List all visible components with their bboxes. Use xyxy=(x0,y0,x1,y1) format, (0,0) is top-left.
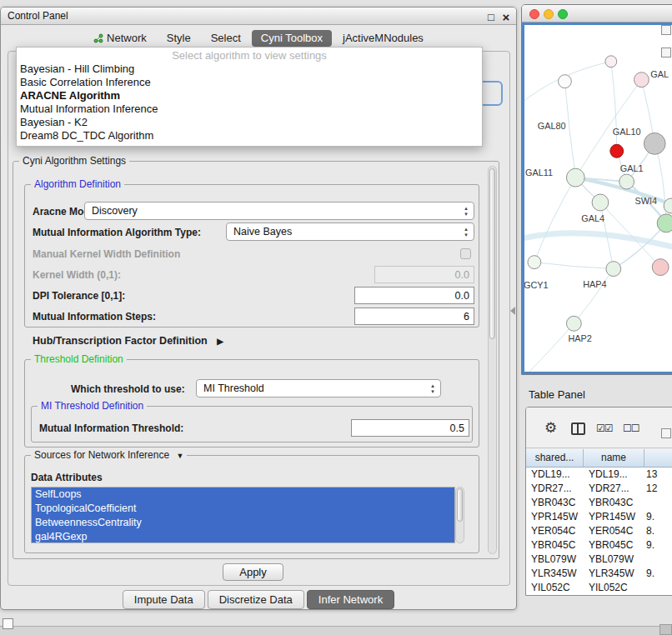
algorithm-option[interactable]: Basic Correlation Inference xyxy=(17,76,482,89)
table-row[interactable]: YBR045C YBR045C 9. xyxy=(526,538,672,552)
panel-tab[interactable]: Cyni Toolbox xyxy=(252,30,332,47)
cell-name: YBR045C xyxy=(584,538,644,552)
partial-checkbox[interactable] xyxy=(661,48,671,58)
panel-tab[interactable]: Style xyxy=(158,30,200,47)
network-edge[interactable] xyxy=(529,323,574,372)
panel-collapse-handle[interactable] xyxy=(510,307,515,315)
data-attributes-label: Data Attributes xyxy=(31,472,103,483)
network-node-label: GAL11 xyxy=(525,168,553,178)
algorithm-option[interactable]: ARACNE Algorithm xyxy=(17,89,482,102)
attribute-item-selected[interactable]: SelfLoops xyxy=(32,488,454,502)
network-edge[interactable] xyxy=(534,262,614,269)
network-node[interactable] xyxy=(610,144,624,158)
column-header[interactable]: name xyxy=(584,449,644,468)
network-node[interactable] xyxy=(644,132,665,154)
table-row[interactable]: YBR043C YBR043C xyxy=(526,496,672,510)
partial-checkbox[interactable] xyxy=(661,25,671,35)
attribute-item-selected[interactable]: TopologicalCoefficient xyxy=(32,502,454,516)
cell-shared-name: YIL052C xyxy=(526,581,584,595)
network-window-titlebar[interactable] xyxy=(522,5,672,22)
corner-resize-block[interactable] xyxy=(659,624,672,635)
table-row[interactable]: YDR27... YDR27... 12 xyxy=(526,482,672,496)
float-window-icon[interactable]: □ xyxy=(484,9,498,26)
panel-tab[interactable]: Network xyxy=(84,30,156,47)
manual-kernel-checkbox[interactable] xyxy=(460,248,471,259)
bottom-tab-label: Discretize Data xyxy=(219,593,293,606)
network-node-label: GAL10 xyxy=(613,127,641,137)
which-threshold-combo[interactable]: MI Threshold ▴▾ xyxy=(196,379,441,398)
network-edge[interactable] xyxy=(611,62,617,151)
bottom-tab-label: Infer Network xyxy=(318,593,383,606)
network-canvas[interactable]: GAL80GAL10GAL11GAL1SWI4GAL4GCY1HAP4HAP2G… xyxy=(522,22,672,374)
mi-type-combo[interactable]: Naive Bayes ▴▾ xyxy=(226,222,474,241)
apply-button[interactable]: Apply xyxy=(223,563,283,581)
network-node[interactable] xyxy=(606,262,621,277)
mi-threshold-label: Mutual Information Threshold: xyxy=(39,422,183,434)
minimize-traffic-light-icon[interactable] xyxy=(544,9,554,19)
algorithm-option[interactable]: Mutual Information Inference xyxy=(17,102,482,116)
cell-shared-name: YDL19... xyxy=(526,468,584,482)
close-window-icon[interactable]: × xyxy=(499,9,513,26)
algorithm-option[interactable]: Bayesian - K2 xyxy=(17,116,482,129)
network-edge[interactable] xyxy=(574,269,613,324)
cell-value: 8. xyxy=(644,524,672,538)
panel-tab[interactable]: Select xyxy=(202,30,250,47)
column-header[interactable] xyxy=(644,449,672,468)
bottom-tab[interactable]: Infer Network xyxy=(307,590,394,609)
table-row[interactable]: YDL19... YDL19... 13 xyxy=(526,468,672,482)
hub-definition-toggle[interactable]: Hub/Transcription Factor Definition ▶ xyxy=(33,335,223,347)
table-row[interactable]: YIL052C YIL052C xyxy=(526,581,672,595)
partial-checkbox[interactable] xyxy=(661,428,671,438)
algorithm-option[interactable]: Bayesian - Hill Climbing xyxy=(17,62,482,76)
cell-value xyxy=(644,496,672,510)
attribute-item-selected[interactable]: BetweennessCentrality xyxy=(32,516,454,530)
mi-steps-field[interactable] xyxy=(354,308,474,325)
zoom-traffic-light-icon[interactable] xyxy=(558,9,568,19)
network-node[interactable] xyxy=(657,214,672,232)
mi-threshold-field[interactable] xyxy=(351,419,469,437)
network-node[interactable] xyxy=(592,194,609,211)
table-row[interactable]: YLR345W YLR345W 9. xyxy=(526,567,672,581)
close-traffic-light-icon[interactable] xyxy=(529,9,539,19)
network-node[interactable] xyxy=(559,75,572,88)
attribute-list-scrollbar-thumb[interactable] xyxy=(457,488,463,522)
network-edge[interactable] xyxy=(564,82,575,178)
network-node[interactable] xyxy=(652,259,669,276)
sources-group-title[interactable]: Sources for Network Inference ▼ xyxy=(31,449,187,461)
network-node[interactable] xyxy=(605,56,617,68)
panel-tab-label: Network xyxy=(107,32,147,44)
network-tab-icon xyxy=(93,33,103,43)
bottom-tab[interactable]: Impute Data xyxy=(123,590,205,609)
settings-scrollbar-thumb[interactable] xyxy=(489,168,495,339)
cell-shared-name: YBR045C xyxy=(526,538,584,552)
network-node[interactable] xyxy=(528,256,541,269)
panel-tab[interactable]: jActiveMNodules xyxy=(333,30,433,47)
network-node[interactable] xyxy=(619,174,634,189)
bottom-tab[interactable]: Discretize Data xyxy=(208,590,304,609)
settings-scrollbar[interactable] xyxy=(488,166,497,554)
table-row[interactable]: YER054C YER054C 8. xyxy=(526,524,672,538)
attribute-list-scrollbar[interactable] xyxy=(455,487,464,543)
dpi-tolerance-field[interactable] xyxy=(354,287,474,304)
network-node[interactable] xyxy=(566,168,584,187)
gear-icon[interactable]: ⚙ xyxy=(544,419,557,437)
minimized-panel-icon[interactable] xyxy=(3,618,13,629)
cell-name: YER054C xyxy=(584,524,644,538)
deselect-all-icon[interactable]: ☐☐ xyxy=(623,422,639,434)
algorithm-option[interactable]: Dream8 DC_TDC Algorithm xyxy=(17,129,482,142)
kernel-width-field[interactable] xyxy=(374,266,474,283)
network-edge[interactable] xyxy=(534,178,575,262)
aracne-mode-combo[interactable]: Discovery ▴▾ xyxy=(84,202,474,220)
panel-tab-label: Style xyxy=(167,32,191,44)
table-row[interactable]: YBL079W YBL079W xyxy=(526,552,672,567)
network-node[interactable] xyxy=(566,316,581,331)
select-all-icon[interactable]: ☑☑ xyxy=(596,422,613,434)
columns-icon[interactable] xyxy=(571,422,585,435)
control-panel-window: Control Panel □ × Network xyxy=(0,7,517,610)
table-row[interactable]: YPR145W YPR145W 9. xyxy=(526,510,672,524)
control-panel-titlebar[interactable]: Control Panel □ × xyxy=(1,8,516,25)
column-header[interactable]: shared... xyxy=(526,449,584,468)
attribute-item-selected[interactable]: gal4RGexp xyxy=(32,530,454,543)
network-node[interactable] xyxy=(634,72,649,88)
cell-value xyxy=(644,552,672,567)
